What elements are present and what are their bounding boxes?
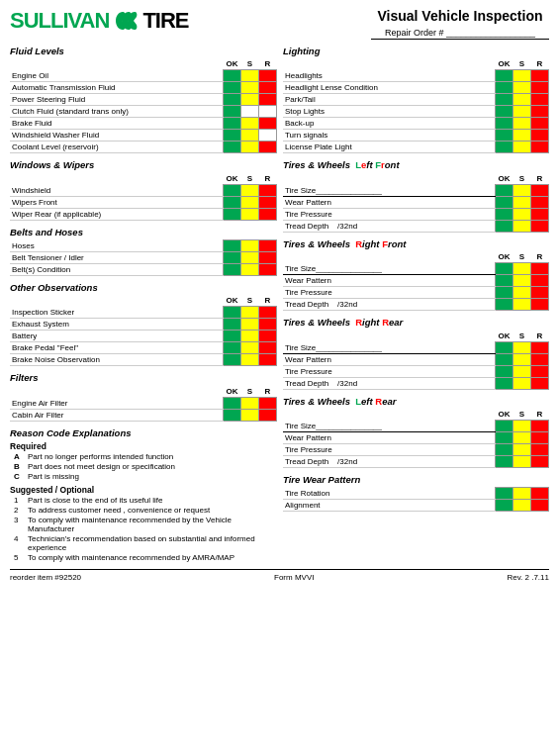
- logo-sullivan: SULLIVAN: [10, 8, 109, 34]
- header: SULLIVAN TIRE Visual Vehicle Inspection …: [10, 8, 549, 40]
- table-row: Tire Size_______________: [283, 263, 549, 275]
- table-row: Wear Pattern: [283, 432, 549, 444]
- windows-wipers-title: Windows & Wipers: [10, 159, 277, 170]
- filters-title: Filters: [10, 372, 277, 383]
- table-row: Battery: [10, 331, 277, 342]
- table-row: Tire Size_______________: [283, 341, 549, 353]
- table-row: License Plate Light: [283, 142, 549, 153]
- logo-icon: [112, 10, 140, 32]
- main-title: Visual Vehicle Inspection: [371, 8, 549, 25]
- other-observations-title: Other Observations: [10, 282, 277, 293]
- tires-lr-title: Tires & Wheels Left Rear: [283, 396, 549, 407]
- table-row: Engine Oil: [10, 70, 277, 82]
- tires-lf-title: Tires & Wheels Left Front: [283, 159, 549, 170]
- other-observations-section: Other Observations OK S R Inspection Sti…: [10, 282, 277, 367]
- fluid-levels-header: OK S R: [10, 58, 277, 70]
- table-row: Park/Tail: [283, 94, 549, 106]
- main-columns: Fluid Levels OK S R Engine Oil Automatic…: [10, 46, 549, 563]
- suggested-label: Suggested / Optional: [10, 485, 277, 495]
- reason-required-c: C Part is missing: [10, 472, 277, 481]
- reason-required-a: A Part no longer performs intended funct…: [10, 452, 277, 461]
- reason-suggested-3: 3 To comply with maintenance recommended…: [10, 516, 277, 533]
- filters-section: Filters OK S R Engine Air Filter Cabin A…: [10, 372, 277, 422]
- tires-lr-table: OK S R Tire Size_______________ Wear Pat…: [283, 409, 549, 469]
- tires-rr-section: Tires & Wheels Right Rear OK S R Tire Si…: [283, 317, 549, 390]
- table-row: Brake Fluid: [10, 118, 277, 130]
- left-column: Fluid Levels OK S R Engine Oil Automatic…: [10, 46, 277, 563]
- table-row: Clutch Fluid (standard trans only): [10, 106, 277, 118]
- table-row: Belt Tensioner / Idler: [10, 251, 277, 263]
- table-row: Brake Noise Observation: [10, 354, 277, 366]
- footer-rev: Rev. 2 .7.11: [507, 573, 549, 582]
- tires-lf-section: Tires & Wheels Left Front OK S R Tire Si…: [283, 159, 549, 233]
- table-row: Cabin Air Filter: [10, 409, 277, 421]
- other-obs-header: OK S R: [10, 295, 277, 307]
- table-row: Alignment: [283, 500, 549, 512]
- tires-rf-table: OK S R Tire Size_______________ Wear Pat…: [283, 251, 549, 312]
- table-row: Tire Size_______________: [283, 421, 549, 432]
- table-row: Tire Pressure: [283, 365, 549, 377]
- reason-suggested-2: 2 To address customer need , convenience…: [10, 506, 277, 515]
- table-row: Windshield Washer Fluid: [10, 130, 277, 142]
- table-row: Coolant Level (reservoir): [10, 142, 277, 153]
- lighting-table: OK S R Headlights Headlight Lense Condit…: [283, 58, 549, 154]
- table-row: Stop Lights: [283, 106, 549, 118]
- tires-rr-table: OK S R Tire Size_______________ Wear Pat…: [283, 330, 549, 390]
- table-row: Power Steering Fluid: [10, 94, 277, 106]
- windows-wipers-header: OK S R: [10, 172, 277, 184]
- lighting-section: Lighting OK S R Headlights Headlight Len…: [283, 46, 549, 154]
- belts-hoses-table: Hoses Belt Tensioner / Idler Belt(s) Con…: [10, 239, 277, 276]
- tire-wear-title: Tire Wear Pattern: [283, 474, 549, 485]
- table-row: Tire Pressure: [283, 287, 549, 299]
- reason-suggested-1: 1 Part is close to the end of its useful…: [10, 496, 277, 505]
- table-row: Tread Depth /32nd: [283, 220, 549, 232]
- tires-rr-header: OK S R: [283, 330, 549, 341]
- table-row: Belt(s) Condition: [10, 263, 277, 275]
- table-row: Brake Pedal "Feel": [10, 342, 277, 354]
- footer-form: Form MVVI: [274, 573, 314, 582]
- logo-area: SULLIVAN TIRE: [10, 8, 189, 34]
- tire-wear-section: Tire Wear Pattern Tire Rotation Alignmen…: [283, 474, 549, 512]
- required-label: Required: [10, 441, 277, 451]
- lighting-title: Lighting: [283, 46, 549, 56]
- belts-hoses-title: Belts and Hoses: [10, 227, 277, 237]
- reason-codes-section: Reason Code Explanations Required A Part…: [10, 427, 277, 562]
- title-area: Visual Vehicle Inspection Repair Order #…: [371, 8, 549, 40]
- right-column: Lighting OK S R Headlights Headlight Len…: [283, 46, 549, 563]
- table-row: Exhaust System: [10, 319, 277, 331]
- tires-rf-header: OK S R: [283, 251, 549, 263]
- tires-rf-title: Tires & Wheels Right Front: [283, 238, 549, 249]
- table-row: Back-up: [283, 118, 549, 130]
- table-row: Tire Pressure: [283, 444, 549, 456]
- windows-wipers-table: OK S R Windshield Wipers Front Wiper Rea…: [10, 172, 277, 221]
- tires-rf-section: Tires & Wheels Right Front OK S R Tire S…: [283, 238, 549, 312]
- table-row: Tire Pressure: [283, 208, 549, 220]
- table-row: Turn signals: [283, 130, 549, 142]
- table-row: Headlight Lense Condition: [283, 82, 549, 94]
- tires-lr-header: OK S R: [283, 409, 549, 421]
- reason-suggested-5: 5 To comply with maintenance recommended…: [10, 553, 277, 562]
- table-row: Wear Pattern: [283, 353, 549, 365]
- table-row: Automatic Transmission Fluid: [10, 82, 277, 94]
- tires-rr-title: Tires & Wheels Right Rear: [283, 317, 549, 328]
- table-row: Headlights: [283, 70, 549, 82]
- other-observations-table: OK S R Inspection Sticker Exhaust System…: [10, 295, 277, 367]
- reason-required-b: B Part does not meet design or specifica…: [10, 462, 277, 471]
- reason-codes-title: Reason Code Explanations: [10, 427, 277, 438]
- table-row: Tread Depth /32nd: [283, 299, 549, 311]
- table-row: Wear Pattern: [283, 275, 549, 287]
- table-row: Wipers Front: [10, 196, 277, 208]
- footer: reorder item #92520 Form MVVI Rev. 2 .7.…: [10, 569, 549, 582]
- tires-lf-header: OK S R: [283, 172, 549, 184]
- table-row: Engine Air Filter: [10, 397, 277, 409]
- repair-order: Repair Order # __________________: [371, 28, 549, 40]
- reason-suggested-4: 4 Technician's recommendation based on s…: [10, 534, 277, 552]
- fluid-levels-title: Fluid Levels: [10, 46, 277, 56]
- table-row: Tread Depth /32nd: [283, 456, 549, 468]
- filters-table: OK S R Engine Air Filter Cabin Air Filte…: [10, 385, 277, 422]
- windows-wipers-section: Windows & Wipers OK S R Windshield Wiper…: [10, 159, 277, 221]
- logo-tire: TIRE: [142, 8, 188, 34]
- table-row: Wiper Rear (if applicable): [10, 208, 277, 220]
- filters-header: OK S R: [10, 385, 277, 397]
- belts-hoses-section: Belts and Hoses Hoses Belt Tensioner / I…: [10, 227, 277, 276]
